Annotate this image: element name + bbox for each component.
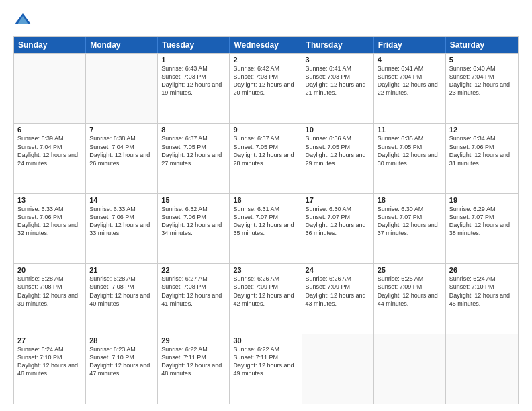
header-cell-tuesday: Tuesday [158,37,230,53]
day-number: 27 [17,336,82,345]
calendar-row-5: 27Sunrise: 6:24 AM Sunset: 7:10 PM Dayli… [14,334,518,404]
calendar-cell: 28Sunrise: 6:23 AM Sunset: 7:10 PM Dayli… [86,334,158,404]
day-info: Sunrise: 6:29 AM Sunset: 7:07 PM Dayligh… [449,205,515,238]
day-number: 5 [449,56,515,64]
day-info: Sunrise: 6:36 AM Sunset: 7:05 PM Dayligh… [306,134,370,167]
day-number: 1 [161,56,226,64]
calendar-cell: 18Sunrise: 6:30 AM Sunset: 7:07 PM Dayli… [374,194,446,263]
day-number: 11 [378,126,442,134]
day-info: Sunrise: 6:32 AM Sunset: 7:06 PM Dayligh… [161,205,226,238]
calendar-cell: 6Sunrise: 6:39 AM Sunset: 7:04 PM Daylig… [14,124,86,193]
calendar-cell [86,54,158,123]
day-info: Sunrise: 6:43 AM Sunset: 7:03 PM Dayligh… [161,64,226,97]
day-number: 14 [89,196,154,204]
calendar-cell: 13Sunrise: 6:33 AM Sunset: 7:06 PM Dayli… [14,194,86,263]
day-info: Sunrise: 6:27 AM Sunset: 7:08 PM Dayligh… [161,275,226,308]
day-number: 10 [306,126,370,134]
day-number: 30 [233,336,298,345]
calendar-row-1: 1Sunrise: 6:43 AM Sunset: 7:03 PM Daylig… [14,53,518,123]
day-number: 6 [17,126,82,134]
calendar-cell: 17Sunrise: 6:30 AM Sunset: 7:07 PM Dayli… [302,194,374,263]
calendar-cell: 1Sunrise: 6:43 AM Sunset: 7:03 PM Daylig… [158,54,230,123]
calendar-cell: 14Sunrise: 6:33 AM Sunset: 7:06 PM Dayli… [86,194,158,263]
day-number: 24 [306,266,370,274]
calendar-cell: 25Sunrise: 6:25 AM Sunset: 7:09 PM Dayli… [374,264,446,333]
header-cell-friday: Friday [374,37,446,53]
calendar-cell [302,334,374,404]
day-info: Sunrise: 6:24 AM Sunset: 7:10 PM Dayligh… [17,345,82,378]
calendar-cell: 21Sunrise: 6:28 AM Sunset: 7:08 PM Dayli… [86,264,158,333]
calendar-cell: 16Sunrise: 6:31 AM Sunset: 7:07 PM Dayli… [230,194,302,263]
calendar-cell: 30Sunrise: 6:22 AM Sunset: 7:11 PM Dayli… [230,334,302,404]
day-number: 28 [89,336,154,345]
day-info: Sunrise: 6:24 AM Sunset: 7:10 PM Dayligh… [449,275,515,308]
header-cell-wednesday: Wednesday [230,37,302,53]
calendar-row-2: 6Sunrise: 6:39 AM Sunset: 7:04 PM Daylig… [14,123,518,193]
day-info: Sunrise: 6:22 AM Sunset: 7:11 PM Dayligh… [233,345,298,378]
header-cell-sunday: Sunday [14,37,86,53]
day-number: 22 [161,266,226,274]
day-number: 21 [89,266,154,274]
header-cell-monday: Monday [86,37,158,53]
day-number: 3 [306,56,370,64]
calendar-cell: 23Sunrise: 6:26 AM Sunset: 7:09 PM Dayli… [230,264,302,333]
day-info: Sunrise: 6:40 AM Sunset: 7:04 PM Dayligh… [449,64,515,97]
day-info: Sunrise: 6:39 AM Sunset: 7:04 PM Dayligh… [17,134,82,167]
day-number: 18 [378,196,442,204]
calendar-cell: 19Sunrise: 6:29 AM Sunset: 7:07 PM Dayli… [446,194,518,263]
day-info: Sunrise: 6:41 AM Sunset: 7:03 PM Dayligh… [306,64,370,97]
calendar-cell: 9Sunrise: 6:37 AM Sunset: 7:05 PM Daylig… [230,124,302,193]
calendar-cell: 2Sunrise: 6:42 AM Sunset: 7:03 PM Daylig… [230,54,302,123]
page-header [13,11,519,30]
calendar-cell: 29Sunrise: 6:22 AM Sunset: 7:11 PM Dayli… [158,334,230,404]
calendar-row-3: 13Sunrise: 6:33 AM Sunset: 7:06 PM Dayli… [14,193,518,263]
day-number: 23 [233,266,298,274]
calendar-body: 1Sunrise: 6:43 AM Sunset: 7:03 PM Daylig… [14,53,518,404]
day-number: 13 [17,196,82,204]
logo [13,11,35,30]
day-info: Sunrise: 6:22 AM Sunset: 7:11 PM Dayligh… [161,345,226,378]
calendar-cell: 4Sunrise: 6:41 AM Sunset: 7:04 PM Daylig… [374,54,446,123]
calendar-cell: 11Sunrise: 6:35 AM Sunset: 7:05 PM Dayli… [374,124,446,193]
calendar-cell: 24Sunrise: 6:26 AM Sunset: 7:09 PM Dayli… [302,264,374,333]
calendar-header: SundayMondayTuesdayWednesdayThursdayFrid… [14,37,518,53]
calendar-cell: 12Sunrise: 6:34 AM Sunset: 7:06 PM Dayli… [446,124,518,193]
day-info: Sunrise: 6:38 AM Sunset: 7:04 PM Dayligh… [89,134,154,167]
logo-icon [13,11,32,30]
day-info: Sunrise: 6:26 AM Sunset: 7:09 PM Dayligh… [233,275,298,308]
calendar-cell: 27Sunrise: 6:24 AM Sunset: 7:10 PM Dayli… [14,334,86,404]
day-info: Sunrise: 6:30 AM Sunset: 7:07 PM Dayligh… [306,205,370,238]
day-number: 4 [378,56,442,64]
calendar-cell: 10Sunrise: 6:36 AM Sunset: 7:05 PM Dayli… [302,124,374,193]
day-number: 2 [233,56,298,64]
calendar-cell [374,334,446,404]
day-number: 17 [306,196,370,204]
day-info: Sunrise: 6:33 AM Sunset: 7:06 PM Dayligh… [17,205,82,238]
day-info: Sunrise: 6:31 AM Sunset: 7:07 PM Dayligh… [233,205,298,238]
header-cell-saturday: Saturday [446,37,518,53]
calendar-cell: 5Sunrise: 6:40 AM Sunset: 7:04 PM Daylig… [446,54,518,123]
day-info: Sunrise: 6:41 AM Sunset: 7:04 PM Dayligh… [378,64,442,97]
day-info: Sunrise: 6:37 AM Sunset: 7:05 PM Dayligh… [161,134,226,167]
day-number: 29 [161,336,226,345]
day-info: Sunrise: 6:25 AM Sunset: 7:09 PM Dayligh… [378,275,442,308]
calendar-cell [14,54,86,123]
day-number: 19 [449,196,515,204]
header-cell-thursday: Thursday [302,37,374,53]
calendar-row-4: 20Sunrise: 6:28 AM Sunset: 7:08 PM Dayli… [14,263,518,333]
day-number: 12 [449,126,515,134]
calendar: SundayMondayTuesdayWednesdayThursdayFrid… [13,36,519,404]
day-number: 26 [449,266,515,274]
day-number: 25 [378,266,442,274]
calendar-cell: 8Sunrise: 6:37 AM Sunset: 7:05 PM Daylig… [158,124,230,193]
calendar-cell: 20Sunrise: 6:28 AM Sunset: 7:08 PM Dayli… [14,264,86,333]
calendar-cell: 7Sunrise: 6:38 AM Sunset: 7:04 PM Daylig… [86,124,158,193]
day-info: Sunrise: 6:34 AM Sunset: 7:06 PM Dayligh… [449,134,515,167]
day-info: Sunrise: 6:30 AM Sunset: 7:07 PM Dayligh… [378,205,442,238]
day-info: Sunrise: 6:37 AM Sunset: 7:05 PM Dayligh… [233,134,298,167]
calendar-cell: 15Sunrise: 6:32 AM Sunset: 7:06 PM Dayli… [158,194,230,263]
calendar-cell: 22Sunrise: 6:27 AM Sunset: 7:08 PM Dayli… [158,264,230,333]
day-number: 20 [17,266,82,274]
day-info: Sunrise: 6:28 AM Sunset: 7:08 PM Dayligh… [17,275,82,308]
day-number: 15 [161,196,226,204]
